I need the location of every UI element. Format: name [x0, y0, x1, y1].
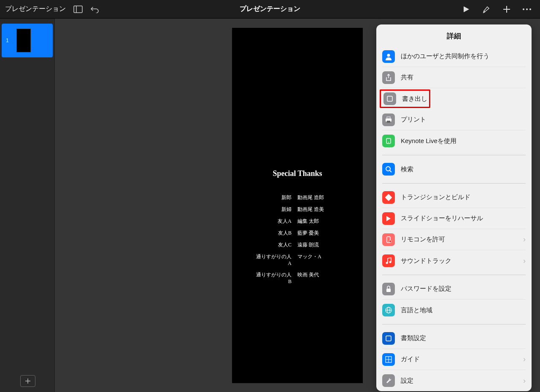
chevron-right-icon: ›	[523, 235, 526, 244]
music-icon	[382, 254, 395, 267]
export-highlight: 書き出し	[380, 89, 430, 108]
transitions-icon	[382, 191, 395, 204]
print-icon	[382, 114, 395, 126]
chevron-right-icon: ›	[523, 355, 526, 364]
svg-point-5	[526, 8, 528, 10]
svg-rect-0	[74, 6, 82, 13]
menu-share[interactable]: 共有	[382, 67, 526, 88]
menu-doc-setup[interactable]: 書類設定	[382, 328, 526, 349]
svg-rect-18	[385, 194, 392, 201]
slide-number: 1	[6, 38, 9, 43]
menu-remote[interactable]: リモコンを許可 ›	[382, 229, 526, 250]
format-brush-icon[interactable]	[482, 5, 491, 14]
svg-point-6	[529, 8, 531, 10]
view-mode-icon[interactable]	[73, 5, 83, 14]
undo-icon[interactable]	[90, 5, 100, 14]
add-slide-button[interactable]	[20, 375, 35, 387]
document-title: プレゼンテーション	[240, 5, 300, 14]
menu-rehearse[interactable]: スライドショーをリハーサル	[382, 208, 526, 229]
slide-thumb-preview	[16, 29, 31, 52]
svg-point-22	[389, 261, 392, 263]
menu-collaborate[interactable]: ほかのユーザと共同制作を行う	[382, 46, 526, 67]
lock-icon	[382, 283, 395, 295]
export-icon	[383, 92, 396, 105]
share-icon	[382, 71, 395, 84]
menu-print[interactable]: プリント	[382, 109, 526, 130]
slide-credits: 新郎動画尾 造郎 新婦動画尾 造美 友人A編集 太郎 友人B藍夢 憂美 友人C遠…	[232, 194, 363, 289]
wrench-icon	[382, 374, 395, 387]
more-icon[interactable]	[522, 5, 532, 14]
svg-line-17	[390, 170, 392, 172]
slide-thumbnail-1[interactable]: 1	[2, 24, 53, 57]
document-icon	[382, 332, 395, 345]
menu-keynote-live[interactable]: Keynote Liveを使用	[382, 130, 526, 151]
menu-guides[interactable]: ガイド ›	[382, 349, 526, 370]
svg-rect-10	[387, 96, 392, 101]
play-icon	[382, 212, 395, 225]
menu-search[interactable]: 検索	[382, 159, 526, 180]
svg-rect-12	[387, 117, 390, 119]
menu-export[interactable]: 書き出し	[382, 88, 526, 109]
toolbar: プレゼンテーション プレゼンテーション	[0, 0, 540, 19]
search-icon	[382, 163, 395, 176]
svg-point-9	[387, 54, 390, 57]
menu-transitions[interactable]: トランジションとビルド	[382, 187, 526, 208]
svg-point-20	[389, 240, 392, 243]
menu-language[interactable]: 言語と地域	[382, 300, 526, 321]
slide-canvas[interactable]: Special Thanks 新郎動画尾 造郎 新婦動画尾 造美 友人A編集 太…	[232, 28, 363, 383]
menu-settings[interactable]: 設定 ›	[382, 370, 526, 391]
guides-icon	[382, 353, 395, 366]
remote-icon	[382, 233, 395, 246]
slide-navigator: 1	[0, 19, 55, 392]
svg-rect-14	[386, 138, 391, 143]
popover-title: 詳細	[376, 24, 532, 46]
keynote-live-icon	[382, 135, 395, 147]
more-popover: 詳細 ほかのユーザと共同制作を行う 共有 書き出し プリント Keynote L…	[376, 24, 532, 391]
back-button[interactable]: プレゼンテーション	[5, 5, 66, 14]
chevron-right-icon: ›	[523, 376, 526, 385]
slide-title: Special Thanks	[232, 169, 363, 178]
svg-rect-13	[387, 121, 390, 123]
svg-rect-23	[386, 289, 391, 292]
svg-point-4	[523, 8, 524, 10]
svg-point-16	[386, 167, 390, 171]
svg-point-15	[388, 142, 389, 143]
svg-rect-27	[386, 336, 391, 341]
menu-soundtrack[interactable]: サウンドトラック ›	[382, 250, 526, 271]
play-icon[interactable]	[462, 5, 471, 14]
menu-password[interactable]: パスワードを設定	[382, 278, 526, 300]
add-icon[interactable]	[502, 5, 511, 14]
globe-icon	[382, 304, 395, 316]
svg-point-21	[386, 262, 388, 264]
chevron-right-icon: ›	[523, 257, 526, 265]
person-icon	[382, 50, 395, 63]
